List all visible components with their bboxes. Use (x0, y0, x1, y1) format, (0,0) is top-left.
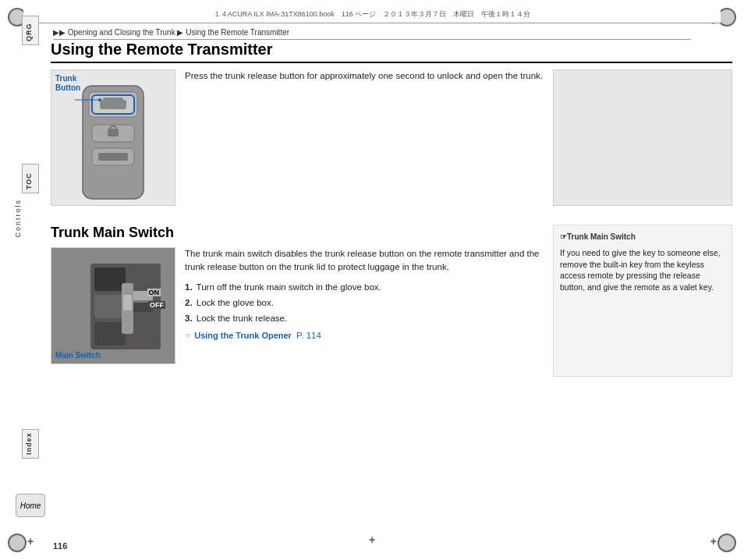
link-icon: ☞ (185, 331, 192, 340)
page-number: 116 (53, 541, 67, 551)
section2: Trunk Main Switch (51, 225, 732, 377)
section1-text: Press the trunk release button for appro… (185, 69, 544, 206)
section2-steps: 1. Turn off the trunk main switch in the… (185, 281, 544, 324)
corner-decoration-bl (8, 533, 27, 552)
sidebar-tab-index[interactable]: Index (22, 429, 39, 459)
off-label: OFF (148, 301, 165, 309)
link-page: P. 114 (296, 331, 321, 340)
on-label: ON (147, 289, 161, 296)
home-button[interactable]: Home (16, 494, 45, 517)
svg-point-10 (98, 98, 101, 101)
step3-num: 3. (185, 314, 193, 323)
remote-svg (51, 70, 175, 205)
remote-transmitter-image: TrunkButton (51, 69, 175, 206)
step1-text: Turn off the trunk main switch in the gl… (197, 282, 381, 292)
sidebar-tab-toc[interactable]: TOC (22, 164, 39, 193)
step2-num: 2. (185, 298, 193, 307)
main-content: Using the Remote Transmitter TrunkButton (51, 41, 732, 529)
section1-paragraph: Press the trunk release button for appro… (185, 69, 544, 83)
svg-rect-20 (123, 295, 132, 310)
section1-right-image (553, 69, 732, 206)
step2: 2. Lock the glove box. (185, 296, 544, 309)
main-switch-line (112, 347, 136, 348)
section2-right-panel: ☞Trunk Main Switch If you need to give t… (553, 225, 732, 377)
trunk-switch-image: ON OFF Main Switch (51, 247, 175, 364)
arrow-icon2: ▶ (177, 28, 186, 37)
crosshair-br: + (710, 535, 717, 548)
sidebar-tab-qrg[interactable]: QRG (22, 16, 39, 45)
section2-body-text: The trunk main switch disables the trunk… (185, 247, 544, 275)
crosshair-bottom: + (369, 533, 375, 546)
main-switch-label: Main Switch (55, 351, 101, 360)
section1: Using the Remote Transmitter TrunkButton (51, 41, 732, 218)
svg-rect-13 (94, 268, 126, 291)
svg-rect-14 (94, 295, 126, 318)
svg-rect-15 (94, 322, 126, 346)
section1-body: TrunkButton (51, 69, 732, 218)
breadcrumb: ▶▶ Opening and Closing the Trunk ▶ Using… (53, 28, 691, 40)
step2-text: Lock the glove box. (197, 298, 274, 307)
corner-decoration-br (717, 533, 736, 552)
sidebar-controls-label: Controls (14, 199, 22, 238)
breadcrumb-part2: Using the Remote Transmitter (186, 28, 289, 37)
section2-content: ON OFF Main Switch The trunk main switch… (51, 247, 544, 364)
section2-link[interactable]: ☞ Using the Trunk Opener P. 114 (185, 329, 544, 342)
svg-rect-6 (108, 129, 119, 136)
section2-right-title: ☞Trunk Main Switch (560, 232, 725, 243)
header-file-info: １４ACURA ILX IMA-31TX86100.book 116 ページ ２… (214, 9, 531, 19)
step1-num: 1. (185, 282, 193, 292)
section2-body: Trunk Main Switch (51, 225, 732, 377)
breadcrumb-part1: Opening and Closing the Trunk (68, 28, 175, 37)
section2-text: The trunk main switch disables the trunk… (185, 247, 544, 364)
header-bar: １４ACURA ILX IMA-31TX86100.book 116 ページ ２… (23, 6, 721, 23)
section2-title: Trunk Main Switch (51, 225, 544, 241)
step1: 1. Turn off the trunk main switch in the… (185, 281, 544, 293)
section2-right-text: If you need to give the key to someone e… (560, 247, 725, 293)
section1-content: TrunkButton (51, 69, 544, 206)
section1-left: TrunkButton (51, 69, 544, 218)
svg-rect-8 (98, 153, 128, 161)
step3-text: Lock the trunk release. (197, 314, 287, 323)
section2-left: Trunk Main Switch (51, 225, 544, 377)
crosshair-bl: + (27, 535, 34, 548)
step3: 3. Lock the trunk release. (185, 312, 544, 324)
svg-rect-4 (103, 97, 123, 104)
section1-title: Using the Remote Transmitter (51, 41, 732, 63)
arrow-icon: ▶▶ (53, 28, 66, 37)
link-text[interactable]: Using the Trunk Opener (194, 331, 292, 340)
